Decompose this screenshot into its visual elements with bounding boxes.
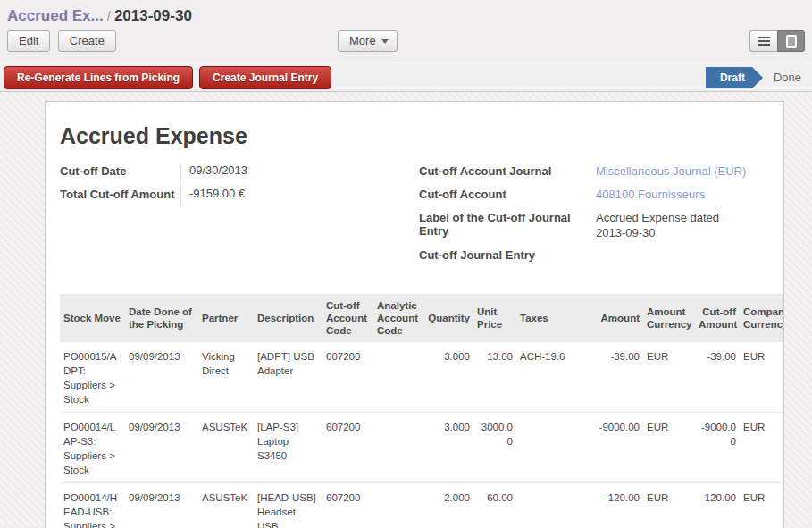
create-journal-entry-button[interactable]: Create Journal Entry [199, 66, 331, 89]
field-label: Cut-off Journal Entry [419, 247, 596, 266]
edit-button[interactable]: Edit [7, 30, 50, 52]
cell-date-done[interactable]: 09/09/2013 [125, 413, 198, 483]
cell-quantity[interactable]: 3.000 [424, 342, 473, 413]
more-button-label: More [349, 34, 376, 47]
field-cutoff-account-journal: Cut-off Account Journal Miscellaneous Jo… [419, 163, 769, 182]
col-stock-move[interactable]: Stock Move [60, 294, 125, 342]
cell-date-done[interactable]: 09/09/2013 [125, 483, 198, 528]
table-row[interactable]: PO00015/ADPT: Suppliers > Stock 09/09/20… [60, 342, 783, 413]
cell-partner[interactable]: ASUSTeK [198, 413, 254, 483]
cell-description[interactable]: [LAP-S3] Laptop S3450 [254, 413, 322, 483]
field-label: Total Cut-off Amount [60, 187, 180, 205]
cell-description[interactable]: [HEAD-USB] Headset USB [254, 483, 322, 528]
col-quantity[interactable]: Quantity [424, 294, 473, 342]
field-groups: Cut-off Date 09/30/2013 Total Cut-off Am… [60, 163, 769, 271]
cell-amount-currency[interactable]: EUR [643, 342, 695, 413]
col-company-currency[interactable]: Company Currency [740, 294, 783, 342]
cell-company-currency[interactable]: EUR [740, 483, 783, 528]
field-label: Label of the Cut-off Journal Entry [419, 210, 596, 240]
state-draft[interactable]: Draft [706, 67, 752, 88]
col-analytic-account-code[interactable]: Analytic Account Code [373, 294, 424, 342]
table-row[interactable]: PO00014/LAP-S3: Suppliers > Stock 09/09/… [60, 413, 783, 483]
col-date-done[interactable]: Date Done of the Picking [125, 294, 198, 342]
cell-cutoff-amount[interactable]: -39.00 [695, 342, 740, 413]
view-switcher [749, 30, 805, 52]
cell-stock-move[interactable]: PO00014/HEAD-USB: Suppliers > Stock [60, 483, 125, 528]
cell-description[interactable]: [ADPT] USB Adapter [254, 342, 322, 413]
col-description[interactable]: Description [254, 294, 322, 342]
total-cutoff-amount-value: -9159.00 € [180, 187, 245, 205]
cell-amount[interactable]: -120.00 [579, 483, 643, 528]
regenerate-lines-button[interactable]: Re-Generate Lines from Picking [4, 66, 193, 89]
cell-partner[interactable]: Vicking Direct [198, 342, 254, 413]
field-cutoff-account: Cut-off Account 408100 Fournisseurs [419, 187, 769, 205]
cell-cutoff-account-code[interactable]: 607200 [322, 413, 373, 483]
lines-table-container: Stock Move Date Done of the Picking Part… [60, 294, 783, 528]
col-unit-price[interactable]: Unit Price [473, 294, 516, 342]
cell-unit-price[interactable]: 13.00 [473, 342, 516, 413]
toolbar: Edit Create More [7, 30, 805, 63]
form-background: Accrued Expense Cut-off Date 09/30/2013 … [0, 92, 812, 525]
table-row[interactable]: PO00014/HEAD-USB: Suppliers > Stock 09/0… [60, 483, 783, 528]
state-widget: Draft Done [706, 63, 812, 91]
cell-date-done[interactable]: 09/09/2013 [125, 342, 198, 413]
col-amount-currency[interactable]: Amount Currency [643, 294, 695, 342]
cell-company-currency[interactable]: EUR [740, 342, 783, 413]
cell-amount-currency[interactable]: EUR [643, 483, 695, 528]
cutoff-date-value[interactable]: 09/30/2013 [180, 163, 247, 182]
field-cutoff-journal-entry: Cut-off Journal Entry [419, 247, 769, 266]
col-partner[interactable]: Partner [198, 294, 254, 342]
cell-unit-price[interactable]: 60.00 [473, 483, 516, 528]
list-icon [758, 37, 770, 46]
field-total-cutoff-amount: Total Cut-off Amount -9159.00 € [60, 187, 419, 205]
cell-taxes[interactable] [516, 413, 579, 483]
status-bar: Re-Generate Lines from Picking Create Jo… [0, 63, 812, 92]
field-label: Cut-off Date [60, 163, 180, 182]
cell-stock-move[interactable]: PO00015/ADPT: Suppliers > Stock [60, 342, 125, 413]
cell-unit-price[interactable]: 3000.00 [473, 413, 516, 483]
col-cutoff-account-code[interactable]: Cut-off Account Code [322, 294, 373, 342]
cell-partner[interactable]: ASUSTeK [198, 483, 254, 528]
col-cutoff-amount[interactable]: Cut-off Amount [695, 294, 740, 342]
cell-stock-move[interactable]: PO00014/LAP-S3: Suppliers > Stock [60, 413, 125, 483]
field-cutoff-date: Cut-off Date 09/30/2013 [60, 163, 419, 182]
cutoff-journal-entry-value [596, 247, 739, 266]
cell-amount-currency[interactable]: EUR [643, 413, 695, 483]
cell-analytic-account-code[interactable] [373, 483, 424, 528]
form-icon [786, 35, 797, 48]
field-label: Cut-off Account Journal [419, 163, 596, 182]
cell-analytic-account-code[interactable] [373, 342, 424, 413]
cell-amount[interactable]: -9000.00 [579, 413, 643, 483]
cell-company-currency[interactable]: EUR [740, 413, 783, 483]
col-amount[interactable]: Amount [579, 294, 643, 342]
more-button[interactable]: More [338, 30, 398, 52]
journal-entry-label-value: Accrued Expense dated 2013-09-30 [596, 210, 739, 240]
cell-amount[interactable]: -39.00 [579, 342, 643, 413]
field-group-left: Cut-off Date 09/30/2013 Total Cut-off Am… [60, 163, 419, 271]
breadcrumb-separator: / [104, 8, 114, 23]
field-group-right: Cut-off Account Journal Miscellaneous Jo… [419, 163, 769, 271]
cell-quantity[interactable]: 3.000 [424, 413, 473, 483]
form-view-button[interactable] [777, 30, 805, 52]
table-header-row: Stock Move Date Done of the Picking Part… [60, 294, 783, 342]
field-label: Cut-off Account [419, 187, 596, 205]
form-sheet: Accrued Expense Cut-off Date 09/30/2013 … [45, 101, 784, 528]
field-journal-entry-label: Label of the Cut-off Journal Entry Accru… [419, 210, 769, 240]
cell-cutoff-account-code[interactable]: 607200 [322, 342, 373, 413]
create-button[interactable]: Create [58, 30, 116, 52]
list-view-button[interactable] [749, 30, 777, 52]
breadcrumb-current: 2013-09-30 [114, 7, 192, 24]
top-bar: Accrued Ex.../2013-09-30 Edit Create Mor… [0, 0, 812, 63]
cell-taxes[interactable] [516, 483, 579, 528]
cutoff-account-link[interactable]: 408100 Fournisseurs [596, 187, 705, 205]
cell-quantity[interactable]: 2.000 [424, 483, 473, 528]
cell-cutoff-account-code[interactable]: 607200 [322, 483, 373, 528]
cell-analytic-account-code[interactable] [373, 413, 424, 483]
cutoff-account-journal-link[interactable]: Miscellaneous Journal (EUR) [596, 163, 746, 182]
col-taxes[interactable]: Taxes [516, 294, 579, 342]
cell-taxes[interactable]: ACH-19.6 [516, 342, 579, 413]
breadcrumb-parent-link[interactable]: Accrued Ex... [7, 7, 104, 24]
cell-cutoff-amount[interactable]: -120.00 [695, 483, 740, 528]
state-done[interactable]: Done [774, 71, 801, 84]
cell-cutoff-amount[interactable]: -9000.00 [695, 413, 740, 483]
